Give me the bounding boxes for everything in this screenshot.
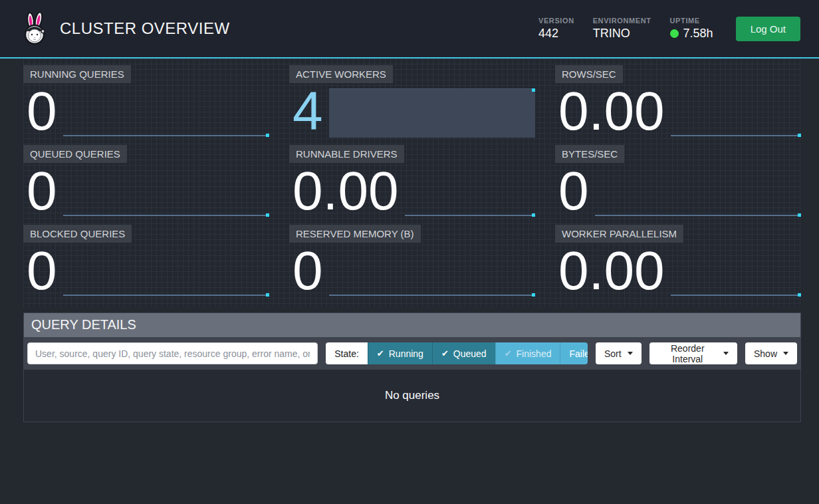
sparkline-dot bbox=[266, 293, 269, 297]
metric-tile-bytes-sec: BYTES/SEC 0 bbox=[555, 145, 801, 218]
sparkline-dot bbox=[266, 134, 269, 137]
trino-bunny-logo bbox=[18, 11, 51, 46]
sparkline-line bbox=[405, 215, 533, 216]
metric-value: 0 bbox=[555, 165, 589, 217]
metric-value: 0.00 bbox=[555, 85, 665, 138]
metric-tile-blocked-queries: BLOCKED QUERIES 0 bbox=[23, 225, 269, 298]
metric-value: 0 bbox=[23, 165, 57, 217]
query-list-empty-state: No queries bbox=[24, 370, 800, 422]
state-filter-label: State: bbox=[326, 342, 368, 364]
state-filter-finished[interactable]: ✔ Finished bbox=[495, 342, 560, 364]
state-filter-queued[interactable]: ✔ Queued bbox=[432, 342, 495, 364]
metric-tile-rows-sec: ROWS/SEC 0.00 bbox=[555, 65, 801, 138]
sort-dropdown-button[interactable]: Sort bbox=[596, 342, 642, 364]
sparkline-area-fill bbox=[329, 88, 535, 138]
metric-sparkline bbox=[595, 168, 801, 217]
cluster-metrics-grid: RUNNING QUERIES 0 ACTIVE WORKERS 4 ROWS/… bbox=[23, 59, 801, 307]
metric-tile-worker-parallelism: WORKER PARALLELISM 0.00 bbox=[555, 225, 801, 298]
sparkline-line bbox=[63, 135, 267, 136]
caret-down-icon bbox=[628, 352, 633, 355]
sparkline-dot bbox=[532, 88, 535, 92]
metric-tile-reserved-memory: RESERVED MEMORY (B) 0 bbox=[289, 225, 535, 298]
sparkline-line bbox=[671, 295, 799, 296]
sparkline-line bbox=[329, 295, 533, 296]
top-header: CLUSTER OVERVIEW VERSION 442 ENVIRONMENT… bbox=[0, 0, 819, 59]
uptime-value-row: 7.58h bbox=[670, 27, 713, 41]
sparkline-line bbox=[671, 135, 799, 136]
sparkline-dot bbox=[532, 213, 535, 217]
caret-down-icon bbox=[723, 352, 729, 355]
version-value: 442 bbox=[538, 27, 574, 41]
query-search-input[interactable] bbox=[27, 342, 318, 364]
sparkline-line bbox=[595, 215, 799, 216]
query-details-title: QUERY DETAILS bbox=[24, 313, 800, 337]
query-details-panel: QUERY DETAILS State: ✔ Running ✔ Queued … bbox=[23, 313, 801, 422]
show-dropdown-button[interactable]: Show bbox=[745, 342, 797, 364]
metric-sparkline bbox=[63, 248, 269, 297]
metric-value: 0 bbox=[23, 85, 57, 138]
metric-sparkline bbox=[329, 248, 535, 297]
uptime-status-dot-icon bbox=[670, 29, 679, 38]
metric-value: 0 bbox=[23, 245, 57, 297]
no-queries-message: No queries bbox=[385, 389, 439, 402]
state-filter-failed-dropdown[interactable]: Failed bbox=[560, 342, 587, 364]
environment-label: ENVIRONMENT bbox=[593, 17, 651, 25]
metric-value: 0 bbox=[289, 245, 323, 297]
metric-sparkline bbox=[329, 88, 535, 138]
sparkline-dot bbox=[798, 213, 801, 217]
check-icon: ✔ bbox=[505, 348, 512, 358]
check-icon: ✔ bbox=[441, 348, 449, 358]
metric-value: 4 bbox=[289, 85, 323, 138]
page-title: CLUSTER OVERVIEW bbox=[60, 19, 230, 38]
header-right: VERSION 442 ENVIRONMENT TRINO UPTIME 7.5… bbox=[538, 17, 800, 41]
uptime-label: UPTIME bbox=[670, 17, 713, 25]
metric-sparkline bbox=[671, 88, 801, 138]
metric-value: 0.00 bbox=[289, 165, 399, 217]
sparkline-line bbox=[63, 215, 267, 216]
metric-value: 0.00 bbox=[555, 245, 665, 297]
version-label: VERSION bbox=[538, 17, 574, 25]
caret-down-icon bbox=[783, 352, 788, 355]
sparkline-dot bbox=[798, 293, 801, 297]
metric-tile-running-queries: RUNNING QUERIES 0 bbox=[23, 65, 269, 138]
reorder-interval-dropdown-button[interactable]: Reorder Interval bbox=[649, 342, 737, 364]
metric-sparkline bbox=[405, 168, 535, 217]
environment-value: TRINO bbox=[593, 27, 651, 41]
query-toolbar: State: ✔ Running ✔ Queued ✔ Finished Fai… bbox=[24, 337, 800, 370]
uptime-value: 7.58h bbox=[683, 27, 713, 41]
uptime-stat: UPTIME 7.58h bbox=[670, 17, 713, 41]
version-stat: VERSION 442 bbox=[538, 17, 574, 41]
state-filter-running[interactable]: ✔ Running bbox=[368, 342, 432, 364]
sparkline-dot bbox=[532, 293, 535, 297]
sparkline-line bbox=[63, 295, 267, 296]
sparkline-dot bbox=[798, 134, 801, 137]
sparkline-dot bbox=[266, 213, 269, 217]
logout-button[interactable]: Log Out bbox=[736, 17, 800, 41]
metric-tile-active-workers: ACTIVE WORKERS 4 bbox=[289, 65, 535, 138]
metric-tile-queued-queries: QUEUED QUERIES 0 bbox=[23, 145, 269, 218]
metric-sparkline bbox=[63, 168, 269, 217]
metric-tile-runnable-drivers: RUNNABLE DRIVERS 0.00 bbox=[289, 145, 535, 218]
metric-sparkline bbox=[671, 248, 801, 297]
metric-sparkline bbox=[63, 88, 269, 138]
environment-stat: ENVIRONMENT TRINO bbox=[593, 17, 651, 41]
state-filter-group: State: ✔ Running ✔ Queued ✔ Finished Fai… bbox=[326, 342, 588, 364]
check-icon: ✔ bbox=[377, 348, 384, 358]
